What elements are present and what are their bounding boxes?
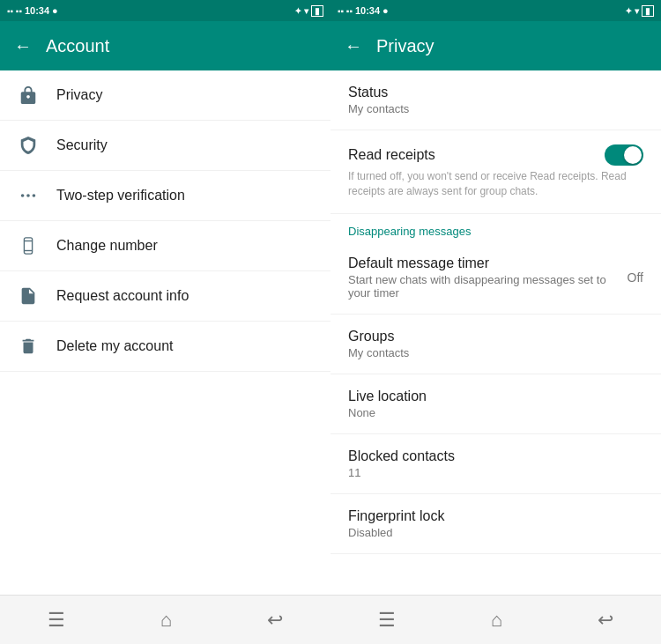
home-nav-icon-privacy[interactable]: ⌂ — [491, 609, 502, 632]
groups-sub: My contacts — [348, 346, 643, 359]
account-title: Account — [46, 36, 109, 56]
battery-icon: ▮ — [311, 5, 323, 17]
change-number-label: Change number — [56, 238, 158, 254]
privacy-item-timer[interactable]: Default message timer Start new chats wi… — [330, 241, 661, 315]
bottom-nav-privacy: ☰ ⌂ ↩ — [330, 595, 661, 644]
battery-icon-privacy: ▮ — [642, 5, 654, 17]
request-info-label: Request account info — [56, 288, 189, 304]
blocked-contacts-title: Blocked contacts — [348, 448, 643, 464]
timer-title: Default message timer — [348, 255, 628, 271]
timer-value: Off — [628, 270, 643, 285]
wifi-icon: ▾ — [304, 6, 308, 16]
timer-sub: Start new chats with disappearing messag… — [348, 273, 628, 300]
home-nav-icon[interactable]: ⌂ — [160, 609, 172, 632]
phone-icon — [18, 235, 39, 256]
menu-nav-icon[interactable]: ☰ — [48, 609, 65, 632]
menu-item-request-info[interactable]: Request account info — [0, 271, 330, 322]
back-nav-icon[interactable]: ↩ — [267, 609, 283, 632]
bottom-nav-account: ☰ ⌂ ↩ — [0, 595, 330, 644]
bt-icon: ✦ — [294, 6, 301, 16]
dot-icon-privacy: ● — [382, 5, 389, 16]
privacy-item-live-location[interactable]: Live location None — [330, 374, 661, 434]
status-sub: My contacts — [348, 102, 643, 115]
menu-item-privacy[interactable]: Privacy — [0, 70, 330, 121]
back-button-privacy[interactable]: ← — [345, 36, 362, 56]
privacy-top-bar: ← Privacy — [330, 21, 661, 70]
dot-icon: ● — [52, 5, 58, 16]
account-menu: Privacy Security Two-step verification — [0, 70, 330, 595]
security-label: Security — [56, 137, 108, 153]
read-receipts-desc: If turned off, you won't send or receive… — [348, 169, 643, 199]
read-receipts-row: Read receipts — [348, 144, 643, 166]
status-bar-account: ▪▪ ▪▪ 10:34 ● ✦ ▾ ▮ — [0, 0, 330, 21]
svg-point-1 — [26, 194, 30, 197]
dots-icon — [18, 185, 39, 206]
delete-account-label: Delete my account — [56, 338, 174, 354]
menu-item-delete-account[interactable]: Delete my account — [0, 322, 330, 372]
status-bar-privacy: ▪▪ ▪▪ 10:34 ● ✦ ▾ ▮ — [330, 0, 661, 21]
bt-icon-privacy: ✦ — [625, 6, 632, 16]
section-disappearing: Disappearing messages — [330, 214, 661, 241]
menu-item-change-number[interactable]: Change number — [0, 221, 330, 271]
timer-row: Default message timer Start new chats wi… — [348, 255, 643, 300]
lock-icon — [18, 85, 39, 106]
trash-icon — [18, 336, 39, 357]
doc-icon — [18, 285, 39, 307]
back-button-account[interactable]: ← — [14, 36, 32, 56]
privacy-panel: ▪▪ ▪▪ 10:34 ● ✦ ▾ ▮ ← Privacy Status My … — [330, 0, 661, 644]
fingerprint-title: Fingerprint lock — [348, 508, 643, 524]
menu-item-two-step[interactable]: Two-step verification — [0, 171, 330, 221]
privacy-title: Privacy — [376, 36, 434, 56]
menu-nav-icon-privacy[interactable]: ☰ — [378, 609, 396, 632]
timer-text: Default message timer Start new chats wi… — [348, 255, 628, 300]
read-receipts-title: Read receipts — [348, 147, 435, 163]
privacy-item-read-receipts[interactable]: Read receipts If turned off, you won't s… — [330, 130, 661, 214]
privacy-content: Status My contacts Read receipts If turn… — [330, 70, 661, 595]
groups-title: Groups — [348, 329, 643, 344]
svg-point-2 — [33, 194, 36, 197]
two-step-label: Two-step verification — [56, 188, 185, 204]
time-privacy: 10:34 — [355, 5, 380, 16]
privacy-item-blocked-contacts[interactable]: Blocked contacts 11 — [330, 434, 661, 494]
read-receipts-toggle[interactable] — [605, 144, 643, 166]
privacy-item-fingerprint[interactable]: Fingerprint lock Disabled — [330, 494, 661, 554]
status-title: Status — [348, 85, 643, 100]
signal-icons: ▪▪ ▪▪ — [7, 6, 22, 16]
time-account: 10:34 — [25, 5, 49, 16]
live-location-title: Live location — [348, 389, 643, 404]
privacy-item-status[interactable]: Status My contacts — [330, 70, 661, 130]
blocked-contacts-sub: 11 — [348, 466, 643, 479]
menu-item-security[interactable]: Security — [0, 121, 330, 171]
privacy-item-groups[interactable]: Groups My contacts — [330, 315, 661, 374]
fingerprint-sub: Disabled — [348, 526, 643, 539]
shield-icon — [18, 135, 39, 156]
svg-rect-3 — [24, 238, 32, 254]
account-panel: ▪▪ ▪▪ 10:34 ● ✦ ▾ ▮ ← Account Privacy — [0, 0, 330, 644]
svg-point-0 — [21, 194, 25, 197]
privacy-label: Privacy — [56, 87, 102, 103]
back-nav-icon-privacy[interactable]: ↩ — [598, 609, 613, 632]
live-location-sub: None — [348, 406, 643, 419]
account-top-bar: ← Account — [0, 21, 330, 70]
wifi-icon-privacy: ▾ — [635, 6, 639, 16]
signal-icons-privacy: ▪▪ ▪▪ — [338, 6, 353, 16]
read-receipts-label: Read receipts — [348, 147, 435, 163]
